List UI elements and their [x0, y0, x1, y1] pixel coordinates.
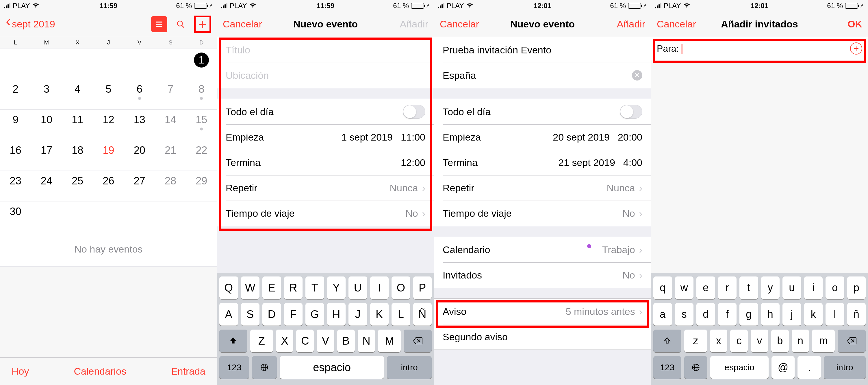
alert-row[interactable]: Aviso5 minutos antes› [434, 299, 651, 324]
calendar-day[interactable]: 12 [93, 110, 124, 140]
add-contact-button[interactable]: + [850, 42, 862, 55]
calendar-day[interactable]: 6 [124, 79, 155, 109]
travel-row[interactable]: Tiempo de viajeNo› [217, 201, 434, 226]
key-n[interactable]: N [358, 329, 375, 352]
calendar-day[interactable] [93, 48, 124, 79]
key-d[interactable]: d [696, 303, 715, 325]
calendar-day[interactable]: 8 [186, 79, 217, 109]
calendar-day[interactable]: 4 [62, 79, 93, 109]
calendar-day[interactable]: 9 [0, 110, 31, 140]
calendar-day[interactable]: 26 [93, 171, 124, 201]
calendar-day[interactable] [93, 202, 124, 232]
title-field[interactable]: Título [217, 37, 434, 63]
key-p[interactable]: P [413, 277, 432, 299]
space-key[interactable]: espacio [280, 356, 384, 379]
calendar-day[interactable]: 13 [124, 110, 155, 140]
key-x[interactable]: X [276, 329, 293, 352]
inbox-button[interactable]: Entrada [171, 366, 206, 377]
key-r[interactable]: r [718, 277, 737, 299]
key-f[interactable]: F [284, 303, 303, 325]
globe-key[interactable] [684, 356, 708, 379]
calendar-day[interactable]: 27 [124, 171, 155, 201]
key-j[interactable]: J [348, 303, 367, 325]
key-y[interactable]: y [761, 277, 780, 299]
key-g[interactable]: g [739, 303, 758, 325]
second-alert-row[interactable]: Segundo aviso [434, 324, 651, 350]
clear-location-icon[interactable]: ✕ [632, 70, 642, 80]
key-p[interactable]: p [847, 277, 866, 299]
key-u[interactable]: U [348, 277, 367, 299]
backspace-key[interactable] [404, 329, 432, 352]
key-s[interactable]: S [241, 303, 260, 325]
globe-key[interactable] [252, 356, 277, 379]
travel-row[interactable]: Tiempo de viajeNo› [434, 201, 651, 226]
starts-row[interactable]: Empieza1 sept 201911:00 [217, 125, 434, 150]
key-m[interactable]: M [378, 329, 401, 352]
back-button[interactable]: sept 2019 [6, 19, 55, 30]
add-event-button[interactable]: + [194, 15, 211, 33]
calendar-day[interactable]: 16 [0, 140, 31, 171]
key-b[interactable]: b [771, 329, 789, 352]
calendar-grid[interactable]: 1234567891011121314151617181920212223242… [0, 48, 217, 232]
search-button[interactable] [173, 16, 189, 32]
key-g[interactable]: G [305, 303, 324, 325]
key-l[interactable]: l [826, 303, 844, 325]
key-t[interactable]: t [739, 277, 758, 299]
key-b[interactable]: B [337, 329, 355, 352]
key-z[interactable]: Z [250, 329, 273, 352]
key-l[interactable]: L [392, 303, 410, 325]
calendar-day[interactable]: 1 [186, 48, 217, 79]
repeat-row[interactable]: RepetirNunca› [217, 175, 434, 201]
key-m[interactable]: m [812, 329, 835, 352]
calendar-day[interactable]: 7 [155, 79, 186, 109]
key-n[interactable]: n [792, 329, 809, 352]
key-c[interactable]: C [296, 329, 314, 352]
backspace-key[interactable] [838, 329, 866, 352]
key-w[interactable]: W [241, 277, 260, 299]
enter-key[interactable]: intro [387, 356, 432, 379]
add-button[interactable]: Añadir [617, 19, 645, 30]
calendar-day[interactable]: 21 [155, 140, 186, 171]
allday-switch[interactable] [403, 105, 425, 118]
calendar-day[interactable] [186, 202, 217, 232]
key-k[interactable]: k [804, 303, 823, 325]
today-button[interactable]: Hoy [11, 366, 29, 377]
key-k[interactable]: K [370, 303, 389, 325]
calendar-day[interactable]: 10 [31, 110, 62, 140]
title-field[interactable]: Prueba invitación Evento [434, 37, 651, 63]
starts-row[interactable]: Empieza20 sept 201920:00 [434, 125, 651, 150]
calendar-day[interactable]: 2 [0, 79, 31, 109]
cancel-button[interactable]: Cancelar [223, 19, 262, 30]
cancel-button[interactable]: Cancelar [657, 19, 696, 30]
invitees-row[interactable]: InvitadosNo› [434, 262, 651, 288]
key-w[interactable]: w [675, 277, 694, 299]
cancel-button[interactable]: Cancelar [440, 19, 479, 30]
calendar-day[interactable]: 3 [31, 79, 62, 109]
numbers-key[interactable]: 123 [653, 356, 681, 379]
ends-row[interactable]: Termina12:00 [217, 150, 434, 175]
key-j[interactable]: j [782, 303, 801, 325]
calendar-day[interactable]: 25 [62, 171, 93, 201]
calendar-day[interactable] [31, 48, 62, 79]
location-field[interactable]: Ubicación [217, 63, 434, 88]
calendar-day[interactable]: 20 [124, 140, 155, 171]
location-field[interactable]: España✕ [434, 63, 651, 88]
calendar-day[interactable]: 30 [0, 202, 31, 232]
key-h[interactable]: h [761, 303, 780, 325]
key-u[interactable]: u [782, 277, 801, 299]
calendar-day[interactable]: 19 [93, 140, 124, 171]
key-z[interactable]: z [684, 329, 707, 352]
key-t[interactable]: T [305, 277, 324, 299]
calendar-day[interactable]: 28 [155, 171, 186, 201]
calendar-day[interactable] [124, 202, 155, 232]
key-q[interactable]: Q [219, 277, 238, 299]
shift-key[interactable] [219, 329, 247, 352]
key-ñ[interactable]: Ñ [413, 303, 432, 325]
calendar-day[interactable]: 24 [31, 171, 62, 201]
key-c[interactable]: c [730, 329, 748, 352]
ok-button[interactable]: OK [847, 19, 862, 30]
allday-row[interactable]: Todo el día [434, 99, 651, 125]
list-view-button[interactable] [151, 16, 167, 32]
key-e[interactable]: e [696, 277, 715, 299]
calendar-row[interactable]: CalendarioTrabajo› [434, 237, 651, 262]
